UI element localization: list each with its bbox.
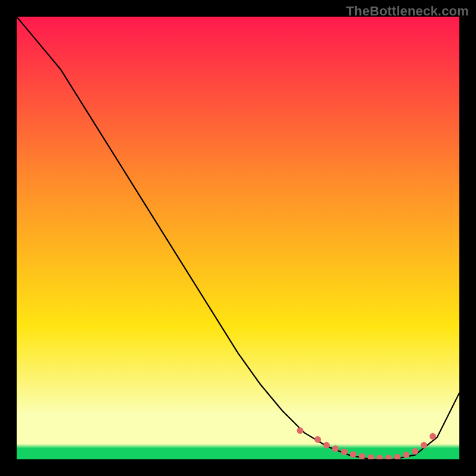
valley-marker [386, 455, 392, 461]
valley-marker [377, 455, 383, 461]
valley-marker [297, 427, 303, 434]
valley-marker [341, 449, 347, 455]
valley-marker [403, 452, 409, 458]
valley-marker [332, 446, 339, 452]
valley-marker [323, 442, 330, 449]
bottleneck-chart [0, 0, 476, 476]
valley-marker [394, 454, 400, 461]
valley-marker [412, 448, 418, 455]
valley-marker [421, 442, 427, 449]
valley-marker [368, 455, 374, 461]
valley-marker [314, 436, 321, 443]
chart-frame: TheBottleneck.com [0, 0, 476, 476]
plot-background [17, 17, 459, 459]
valley-marker [350, 451, 356, 458]
valley-marker [359, 453, 365, 459]
valley-marker [430, 433, 436, 440]
watermark-text: TheBottleneck.com [346, 4, 469, 19]
